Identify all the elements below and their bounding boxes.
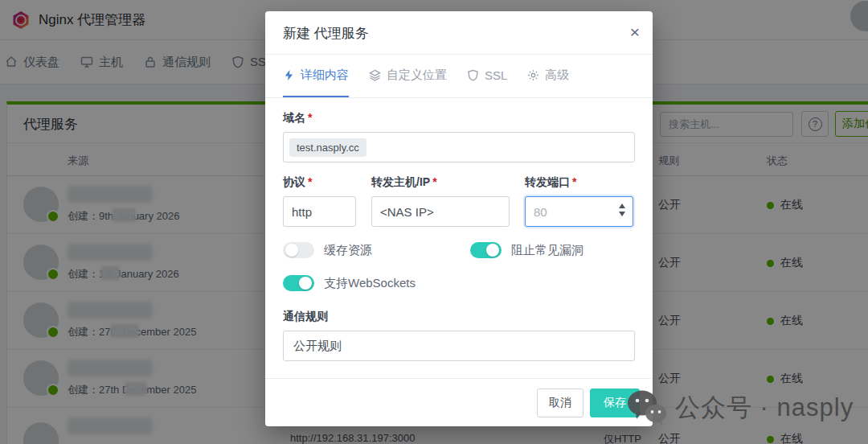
domain-names-input[interactable]: test.nasply.cc: [283, 132, 635, 162]
toggle-knob: [285, 244, 298, 257]
shield-icon: [467, 69, 479, 81]
toggles-row: 缓存资源 阻止常见漏洞: [283, 242, 635, 258]
required-asterisk: *: [432, 175, 436, 188]
modal-body: 域名* test.nasply.cc 协议* 转发主机/IP* 转发端口*: [265, 98, 653, 374]
block-exploits-toggle[interactable]: [470, 242, 502, 258]
block-exploits-group: 阻止常见漏洞: [470, 242, 583, 258]
new-proxy-modal: 新建 代理服务 × 详细内容 自定义位置 SSL 高级 域名* test.nas…: [265, 11, 653, 426]
websockets-group: 支持WebSockets: [283, 275, 416, 291]
stepper-up-icon[interactable]: [619, 204, 625, 208]
wechat-icon: [626, 388, 668, 427]
toggle-knob: [299, 277, 312, 290]
access-list-value: 公开规则: [293, 339, 342, 354]
required-asterisk: *: [308, 111, 312, 124]
modal-title: 新建 代理服务: [283, 26, 369, 41]
modal-header: 新建 代理服务 ×: [265, 11, 653, 55]
forward-port-field: 转发端口*: [525, 175, 633, 227]
tab-custom-locations[interactable]: 自定义位置: [369, 55, 447, 97]
forward-fields-row: 协议* 转发主机/IP* 转发端口*: [283, 175, 635, 227]
websockets-label: 支持WebSockets: [324, 276, 416, 291]
tab-label: 详细内容: [301, 68, 349, 83]
cancel-button[interactable]: 取消: [537, 388, 583, 417]
toggle-knob: [486, 244, 499, 257]
cache-assets-toggle[interactable]: [283, 242, 314, 258]
watermark: 公众号 · nasply: [626, 388, 854, 427]
domain-chip[interactable]: test.nasply.cc: [289, 138, 366, 157]
bolt-icon: [283, 69, 295, 81]
forward-port-label: 转发端口*: [525, 175, 633, 190]
cache-assets-group: 缓存资源: [283, 242, 470, 258]
tab-advanced[interactable]: 高级: [527, 55, 569, 97]
stepper-down-icon[interactable]: [619, 212, 625, 216]
gear-icon: [527, 69, 539, 81]
tab-ssl[interactable]: SSL: [467, 55, 507, 97]
websockets-row: 支持WebSockets: [283, 275, 635, 291]
tab-label: 高级: [545, 68, 569, 83]
protocol-input[interactable]: [283, 196, 356, 227]
required-asterisk: *: [308, 175, 312, 188]
protocol-label: 协议*: [283, 175, 356, 190]
close-icon[interactable]: ×: [630, 20, 640, 43]
layers-icon: [369, 69, 381, 81]
forward-port-input[interactable]: [525, 196, 633, 227]
number-stepper[interactable]: [619, 204, 625, 216]
block-exploits-label: 阻止常见漏洞: [511, 243, 583, 258]
tab-details[interactable]: 详细内容: [283, 55, 349, 97]
tab-label: 自定义位置: [387, 68, 447, 83]
cache-assets-label: 缓存资源: [324, 243, 372, 258]
tab-label: SSL: [485, 68, 507, 82]
forward-host-label: 转发主机/IP*: [371, 175, 510, 190]
domain-label: 域名*: [283, 111, 635, 125]
protocol-field: 协议*: [283, 175, 356, 227]
modal-tabs: 详细内容 自定义位置 SSL 高级: [265, 55, 653, 98]
forward-host-field: 转发主机/IP*: [371, 175, 510, 227]
access-list-label: 通信规则: [283, 310, 635, 324]
modal-footer: 取消 保存: [265, 378, 653, 426]
forward-host-input[interactable]: [371, 196, 510, 227]
required-asterisk: *: [572, 175, 576, 188]
access-list-select[interactable]: 公开规则: [283, 331, 635, 361]
websockets-toggle[interactable]: [283, 275, 314, 291]
watermark-text: 公众号 · nasply: [675, 391, 854, 425]
